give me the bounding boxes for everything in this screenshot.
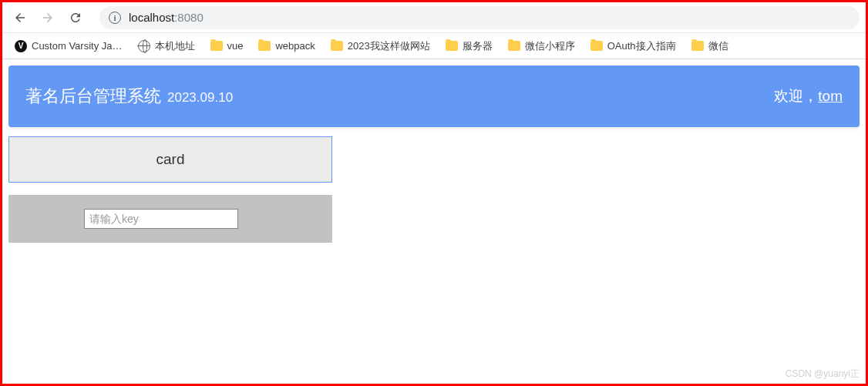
bookmark-folder[interactable]: 微信小程序 — [502, 36, 581, 56]
folder-icon — [590, 41, 603, 51]
folder-icon — [331, 41, 343, 51]
bookmark-folder[interactable]: 服务器 — [439, 36, 499, 56]
username-link[interactable]: tom — [818, 88, 843, 104]
bookmarks-bar: V Custom Varsity Ja… 本机地址 vue webpack 20… — [2, 33, 866, 59]
bookmark-label: OAuth接入指南 — [607, 39, 676, 53]
bookmark-folder[interactable]: OAuth接入指南 — [584, 36, 682, 56]
forward-button[interactable] — [36, 6, 59, 29]
welcome-label: 欢迎， — [774, 88, 818, 104]
app-title: 著名后台管理系统 — [25, 85, 161, 108]
folder-icon — [210, 41, 223, 51]
bookmark-label: webpack — [275, 40, 315, 52]
globe-icon — [138, 40, 150, 52]
bookmark-label: 微信小程序 — [525, 39, 575, 53]
bookmark-label: 2023我这样做网站 — [348, 39, 430, 53]
url-port: :8080 — [174, 11, 204, 24]
app-header: 著名后台管理系统 2023.09.10 欢迎，tom — [8, 65, 860, 127]
folder-icon — [446, 41, 458, 51]
arrow-right-icon — [41, 11, 55, 25]
bookmark-folder[interactable]: webpack — [252, 37, 321, 55]
reload-button[interactable] — [64, 6, 87, 29]
back-button[interactable] — [8, 6, 32, 29]
favicon-icon: V — [15, 40, 27, 52]
bookmark-label: Custom Varsity Ja… — [32, 40, 123, 52]
header-left: 著名后台管理系统 2023.09.10 — [25, 85, 233, 108]
bookmark-label: vue — [227, 40, 244, 52]
browser-toolbar: i localhost:8080 — [2, 2, 866, 33]
bookmark-label: 微信 — [708, 39, 728, 53]
bookmark-item[interactable]: 本机地址 — [132, 36, 201, 56]
bookmark-item[interactable]: V Custom Varsity Ja… — [8, 37, 129, 55]
card-label: card — [156, 151, 185, 168]
watermark: CSDN @yuanyi正 — [786, 368, 860, 381]
input-panel — [8, 195, 332, 243]
url-text: localhost:8080 — [129, 11, 204, 25]
address-bar[interactable]: i localhost:8080 — [99, 6, 860, 29]
bookmark-folder[interactable]: 微信 — [685, 36, 735, 56]
bookmark-label: 服务器 — [463, 39, 493, 53]
header-right: 欢迎，tom — [774, 86, 843, 106]
key-input[interactable] — [84, 209, 238, 229]
page-content: 著名后台管理系统 2023.09.10 欢迎，tom card — [2, 59, 866, 249]
site-info-icon[interactable]: i — [109, 12, 121, 24]
url-host: localhost — [129, 11, 174, 24]
arrow-left-icon — [13, 11, 27, 25]
bookmark-folder[interactable]: 2023我这样做网站 — [325, 36, 436, 56]
reload-icon — [69, 11, 82, 25]
bookmark-label: 本机地址 — [155, 39, 195, 53]
bookmark-folder[interactable]: vue — [204, 37, 250, 55]
folder-icon — [508, 41, 520, 51]
folder-icon — [258, 41, 271, 51]
app-date: 2023.09.10 — [167, 90, 233, 106]
folder-icon — [691, 41, 704, 51]
card-panel: card — [8, 136, 332, 183]
